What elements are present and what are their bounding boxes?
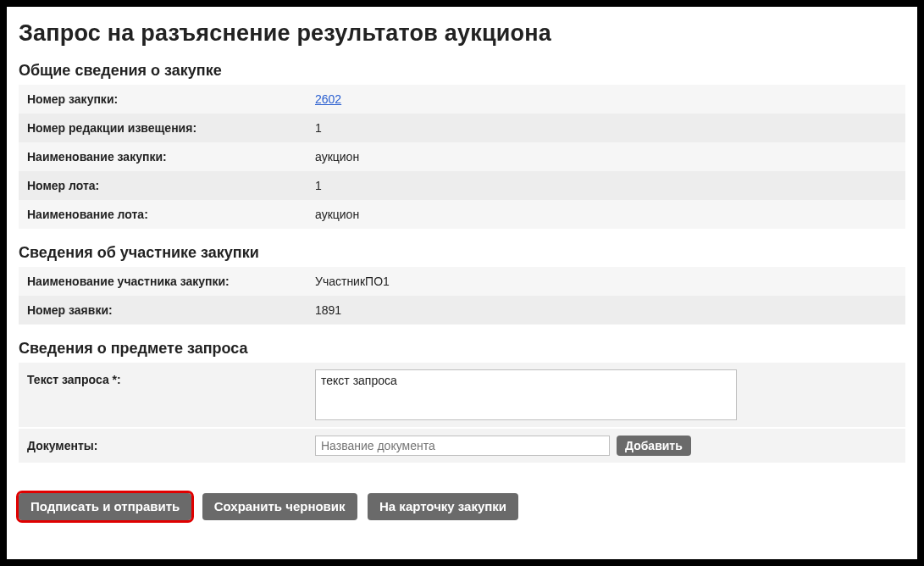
row-lot-name: Наименование лота: аукцион xyxy=(19,200,905,229)
label-purchase-name: Наименование закупки: xyxy=(19,142,307,171)
row-purchase-number: Номер закупки: 2602 xyxy=(19,85,905,114)
document-name-input[interactable] xyxy=(315,436,610,456)
request-text-input[interactable] xyxy=(315,369,737,420)
label-lot-number: Номер лота: xyxy=(19,171,307,200)
value-lot-number: 1 xyxy=(307,171,905,200)
row-documents: Документы: Добавить xyxy=(19,429,905,463)
page-title: Запрос на разъяснение результатов аукцио… xyxy=(19,20,905,47)
value-application-number: 1891 xyxy=(307,296,905,325)
section-title-participant: Сведения об участнике закупки xyxy=(19,244,905,262)
label-request-text: Текст запроса *: xyxy=(27,369,315,386)
label-notice-revision: Номер редакции извещения: xyxy=(19,114,307,142)
row-application-number: Номер заявки: 1891 xyxy=(19,296,905,325)
label-participant-name: Наименование участника закупки: xyxy=(19,267,307,296)
section-title-request: Сведения о предмете запроса xyxy=(19,340,905,358)
row-purchase-name: Наименование закупки: аукцион xyxy=(19,142,905,171)
general-info-table: Номер закупки: 2602 Номер редакции извещ… xyxy=(19,85,905,229)
section-title-general: Общие сведения о закупке xyxy=(19,62,905,80)
link-purchase-number[interactable]: 2602 xyxy=(315,92,341,106)
label-application-number: Номер заявки: xyxy=(19,296,307,325)
row-notice-revision: Номер редакции извещения: 1 xyxy=(19,114,905,142)
sign-and-send-button[interactable]: Подписать и отправить xyxy=(19,493,191,520)
label-documents: Документы: xyxy=(27,439,315,452)
to-purchase-card-button[interactable]: На карточку закупки xyxy=(368,493,518,520)
value-notice-revision: 1 xyxy=(307,114,905,142)
value-participant-name: УчастникПО1 xyxy=(307,267,905,296)
save-draft-button[interactable]: Сохранить черновик xyxy=(202,493,357,520)
label-purchase-number: Номер закупки: xyxy=(19,85,307,114)
row-participant-name: Наименование участника закупки: Участник… xyxy=(19,267,905,296)
add-document-button[interactable]: Добавить xyxy=(617,436,691,456)
value-purchase-name: аукцион xyxy=(307,142,905,171)
label-lot-name: Наименование лота: xyxy=(19,200,307,229)
actions-bar: Подписать и отправить Сохранить черновик… xyxy=(19,493,905,520)
row-lot-number: Номер лота: 1 xyxy=(19,171,905,200)
row-request-text: Текст запроса *: xyxy=(19,363,905,427)
participant-info-table: Наименование участника закупки: Участник… xyxy=(19,267,905,325)
value-lot-name: аукцион xyxy=(307,200,905,229)
